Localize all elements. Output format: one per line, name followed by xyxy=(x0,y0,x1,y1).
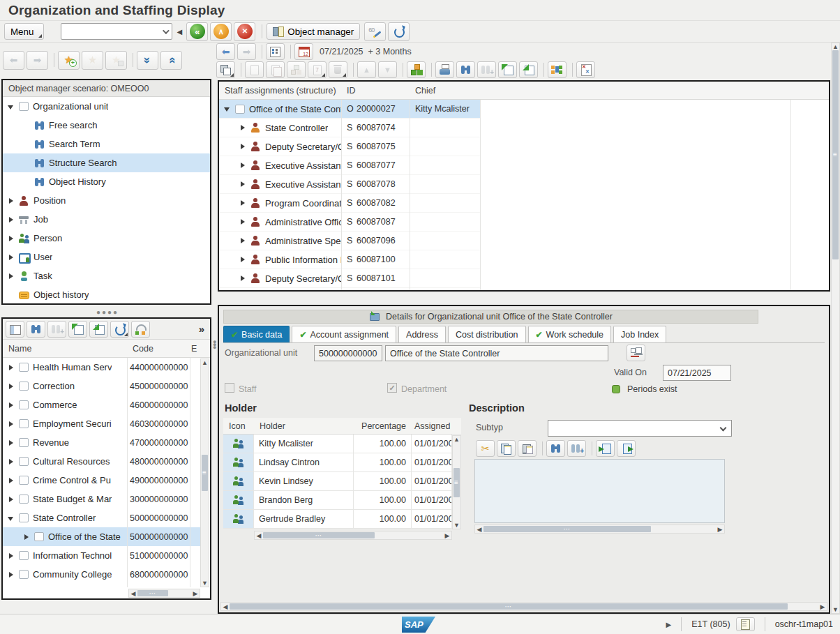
staff-row[interactable]: Program Coordinator I S60087082 xyxy=(219,194,480,213)
org-row[interactable]: Crime Control & Pu 490000000000 xyxy=(3,471,201,490)
command-input[interactable] xyxy=(61,24,172,39)
expand-icon[interactable] xyxy=(7,476,15,485)
zoom-out-button[interactable] xyxy=(519,61,538,78)
history-back-button[interactable] xyxy=(3,51,24,70)
period-button[interactable] xyxy=(308,61,327,78)
expand-icon[interactable] xyxy=(7,458,15,466)
scrollbar-thumb[interactable] xyxy=(483,526,651,532)
back-button[interactable] xyxy=(186,22,208,41)
expand-icon[interactable] xyxy=(7,571,15,579)
find-next-button[interactable] xyxy=(47,321,66,338)
expand-icon[interactable] xyxy=(7,439,15,447)
expand-status-button[interactable]: ▶ xyxy=(666,621,672,628)
scroll-left-arrow[interactable]: ◀ xyxy=(255,532,263,539)
org-row[interactable]: State Budget & Mar 300000000000 xyxy=(3,490,201,508)
expand-icon[interactable] xyxy=(7,216,15,224)
tree-item[interactable]: Free search xyxy=(3,116,210,135)
org-horizontal-scrollbar[interactable]: ◀ ▶ xyxy=(128,589,200,598)
expand-icon[interactable] xyxy=(22,121,31,130)
scrollbar-thumb[interactable] xyxy=(137,590,168,596)
scroll-up-arrow[interactable]: ▲ xyxy=(453,436,461,443)
expand-icon[interactable] xyxy=(22,178,31,186)
delimit-button[interactable] xyxy=(287,61,306,78)
column-header[interactable]: Icon xyxy=(223,418,254,434)
import-text-button[interactable] xyxy=(596,440,615,457)
staff-row[interactable]: Public Information Dire S60087100 xyxy=(219,250,480,269)
staff-row[interactable]: State Controller S60087074 xyxy=(219,119,480,137)
collapse-field-button[interactable]: ◀ xyxy=(175,24,183,39)
collapse-all-button[interactable] xyxy=(137,51,158,70)
expand-icon[interactable] xyxy=(7,272,15,280)
copy-button[interactable] xyxy=(266,61,285,78)
command-combobox[interactable] xyxy=(61,23,172,40)
staff-checkbox[interactable] xyxy=(225,383,234,393)
scrollbar-thumb[interactable] xyxy=(453,468,460,497)
holder-row[interactable]: Brandon Berg 100.00 01/01/2008 xyxy=(223,491,461,510)
menu-button[interactable]: Menu xyxy=(4,23,44,40)
exit-button[interactable] xyxy=(210,22,232,41)
expand-icon[interactable] xyxy=(239,180,247,188)
tab[interactable]: ✔ Work schedule xyxy=(528,326,612,342)
holder-row[interactable]: Lindsay Cintron 100.00 01/01/2008 xyxy=(223,453,461,472)
expand-icon[interactable] xyxy=(22,140,31,149)
scrollbar-thumb[interactable] xyxy=(230,603,788,610)
holder-row[interactable]: Kitty Mcalister 100.00 01/01/2008 xyxy=(223,435,461,453)
holder-row[interactable]: Kevin Lindsey 100.00 01/01/2008 xyxy=(223,472,461,491)
cut-button[interactable] xyxy=(476,440,495,457)
expand-icon[interactable] xyxy=(239,274,247,282)
scrollbar-thumb[interactable] xyxy=(832,50,839,259)
refresh-button[interactable] xyxy=(110,321,129,338)
tab[interactable]: ✔ Job Index xyxy=(613,326,666,342)
window-vertical-scrollbar[interactable]: ▲ ▼ xyxy=(831,43,840,614)
view-back-button[interactable] xyxy=(216,43,235,60)
scroll-left-arrow[interactable]: ◀ xyxy=(129,590,137,597)
history-forward-button[interactable] xyxy=(27,51,48,70)
cancel-button[interactable] xyxy=(234,22,255,41)
expand-icon[interactable] xyxy=(7,514,15,522)
org-chart-button[interactable] xyxy=(548,61,567,78)
column-header[interactable]: Holder xyxy=(254,418,354,434)
expand-icon[interactable] xyxy=(239,142,247,151)
view-forward-button[interactable] xyxy=(237,43,256,60)
expand-icon[interactable] xyxy=(22,159,31,167)
tree-item[interactable]: Job xyxy=(3,210,210,229)
scroll-left-arrow[interactable]: ◀ xyxy=(475,526,483,533)
splitter-handle-vertical[interactable]: ●●● xyxy=(213,340,216,349)
expand-icon[interactable] xyxy=(223,105,232,113)
orgunit-code-field[interactable]: 500000000000 xyxy=(314,345,382,361)
holder-row[interactable]: Gertrude Bradley 100.00 01/01/2008 xyxy=(223,510,461,529)
scrollbar-thumb[interactable] xyxy=(263,532,375,538)
expand-icon[interactable] xyxy=(239,199,247,207)
favorites-button[interactable] xyxy=(82,51,103,70)
refresh-button[interactable] xyxy=(388,22,410,41)
tree-item[interactable]: Structure Search xyxy=(3,153,210,172)
display-change-button[interactable] xyxy=(364,22,386,41)
expand-icon[interactable] xyxy=(239,236,247,245)
expand-all-button[interactable] xyxy=(160,51,182,70)
splitter-handle[interactable]: ●●●● xyxy=(96,308,119,316)
scroll-right-arrow[interactable]: ▶ xyxy=(818,603,827,610)
department-checkbox[interactable]: ✓ xyxy=(387,383,397,393)
org-row[interactable]: State Controller 500000000000 xyxy=(3,508,201,527)
expand-icon[interactable] xyxy=(7,291,15,299)
tree-item[interactable]: Task xyxy=(3,266,210,285)
description-textarea[interactable] xyxy=(474,459,725,523)
column-header[interactable]: ID xyxy=(341,82,410,99)
org-row[interactable]: Correction 450000000000 xyxy=(3,377,201,395)
column-header[interactable]: Code xyxy=(127,340,190,357)
expand-icon[interactable] xyxy=(7,401,15,409)
expand-icon[interactable] xyxy=(7,363,15,372)
scroll-down-arrow[interactable]: ▼ xyxy=(201,580,209,587)
expand-icon[interactable] xyxy=(22,533,31,541)
more-buttons-button[interactable]: » xyxy=(196,323,207,335)
org-row[interactable]: Health Human Serv 440000000000 xyxy=(3,358,201,377)
expand-icon[interactable] xyxy=(7,197,15,205)
tree-item[interactable]: Search Term xyxy=(3,135,210,153)
tree-item[interactable]: Person xyxy=(3,229,210,248)
org-row[interactable]: Employment Securi 460300000000 xyxy=(3,414,201,433)
holder-horizontal-scrollbar[interactable]: ◀ ▶ xyxy=(254,531,452,540)
tab[interactable]: ✔ Basic data xyxy=(223,326,290,342)
zoom-in-button[interactable] xyxy=(498,61,517,78)
export-list-button[interactable] xyxy=(576,61,595,78)
scroll-up-arrow[interactable]: ▲ xyxy=(201,359,209,366)
